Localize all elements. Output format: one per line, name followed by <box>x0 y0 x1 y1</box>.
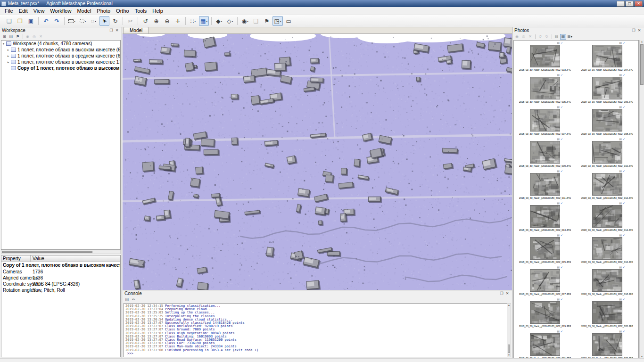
rotate-object-button[interactable]: ↺ <box>140 16 150 26</box>
fit-view-button[interactable]: ✛ <box>173 16 183 26</box>
photo-thumbnail[interactable] <box>530 173 560 196</box>
photo-thumbnail[interactable] <box>592 141 622 164</box>
photo-item[interactable]: ▤ ✓ 2018_03_30_Nadir_g201b20183_f002_006… <box>576 73 638 105</box>
circle-selection-button[interactable]: ▾ <box>78 16 88 26</box>
photo-item[interactable]: ▤ ✓ 2018_03_30_Nadir_g201b20183_f002_013… <box>514 201 576 233</box>
scrollbar-thumb[interactable] <box>2 251 92 253</box>
photo-thumbnail[interactable] <box>530 141 560 164</box>
photo-thumbnail[interactable] <box>530 109 560 132</box>
expander-icon[interactable]: ▸ <box>6 60 10 64</box>
photo-thumbnail[interactable] <box>592 45 622 67</box>
remove-photo-button[interactable]: ✕ <box>527 34 533 40</box>
console-log[interactable]: 2019-02-20 12:34:15Performing classifica… <box>124 303 511 357</box>
point-cloud-mode-button[interactable]: ∷▾ <box>188 16 198 26</box>
photo-item[interactable]: ▤ ✓ 2018_03_30_Nadir_g201b20183_f002_014… <box>576 201 638 233</box>
photo-thumbnail[interactable] <box>530 333 560 356</box>
menu-item[interactable]: Ortho <box>113 8 132 14</box>
tab-model[interactable]: Model <box>124 27 149 33</box>
close-panel-button[interactable]: ✕ <box>114 28 120 33</box>
enable-photo-button[interactable]: ◉ <box>514 34 520 40</box>
zoom-out-button[interactable]: ⊖ <box>162 16 172 26</box>
photo-item[interactable]: ▤ ✓ 2018_03_30_Nadir_g201b20183_f002_021… <box>514 329 576 358</box>
photo-thumbnail[interactable] <box>592 205 622 228</box>
scrollbar-thumb[interactable] <box>508 345 510 353</box>
close-panel-button[interactable]: ✕ <box>636 28 642 33</box>
details-view-button[interactable]: ▤ <box>553 34 560 40</box>
scroll-down-icon[interactable]: ▼ <box>640 355 644 358</box>
menu-item[interactable]: File <box>2 8 16 14</box>
open-project-button[interactable]: ❐ <box>15 16 25 26</box>
add-marker-button[interactable]: ⚑ <box>15 34 21 40</box>
photo-item[interactable]: ▤ ✓ 2018_03_30_Nadir_g201b20183_f002_020… <box>576 297 638 329</box>
photo-thumbnail[interactable] <box>592 301 622 324</box>
minimize-button[interactable]: – <box>617 1 625 7</box>
show-cameras-button[interactable]: ◉▾ <box>240 16 250 26</box>
photo-item[interactable]: ▤ ✓ 2018_03_30_Nadir_g201b20183_f002_019… <box>514 297 576 329</box>
menu-item[interactable]: Model <box>74 8 94 14</box>
menu-item[interactable]: Tools <box>132 8 150 14</box>
rectangle-selection-button[interactable]: ▾ <box>67 16 77 26</box>
menu-item[interactable]: Help <box>149 8 166 14</box>
clear-log-button[interactable]: ✏ <box>131 297 137 303</box>
tree-item-root[interactable]: ▾ Workspace (4 chunks, 4780 cameras) <box>1 41 120 47</box>
show-thumbnails-button[interactable]: ❑ <box>251 16 261 26</box>
photo-item[interactable]: ▤ ✓ 2018_03_30_Nadir_g201b20183_f002_003… <box>514 41 576 73</box>
float-panel-button[interactable]: ❐ <box>631 28 636 33</box>
photo-thumbnail[interactable] <box>530 45 560 67</box>
cut-selection-button[interactable]: ✂ <box>125 16 135 26</box>
photo-thumbnail[interactable] <box>592 77 622 99</box>
wireframe-mode-button[interactable]: ◇▾ <box>225 16 235 26</box>
close-button[interactable]: ✕ <box>635 1 643 7</box>
model-viewport[interactable] <box>123 34 512 290</box>
show-markers-button[interactable]: ⚑ <box>262 16 272 26</box>
photo-thumbnail[interactable] <box>530 269 560 292</box>
navigation-button[interactable]: ➤ <box>99 16 109 26</box>
menu-item[interactable]: View <box>31 8 48 14</box>
photos-scrollbar[interactable]: ▲ ▼ <box>639 40 644 358</box>
photo-thumbnail[interactable] <box>592 109 622 132</box>
float-panel-button[interactable]: ❐ <box>499 291 504 296</box>
enable-item-button[interactable]: ◉ <box>25 34 31 40</box>
photo-item[interactable]: ▤ ✓ 2018_03_30_Nadir_g201b20183_f002_008… <box>576 105 638 137</box>
photo-item[interactable]: ▤ ✓ 2018_03_30_Nadir_g201b20183_f002_022… <box>576 329 638 358</box>
rotate-view-button[interactable]: ↻ <box>110 16 120 26</box>
close-panel-button[interactable]: ✕ <box>504 291 510 296</box>
photo-item[interactable]: ▤ ✓ 2018_03_30_Nadir_g201b20183_f002_007… <box>514 105 576 137</box>
menu-item[interactable]: Workflow <box>47 8 74 14</box>
photo-item[interactable]: ▤ ✓ 2018_03_30_Nadir_g201b20183_f002_017… <box>514 265 576 297</box>
photo-thumbnail[interactable] <box>592 173 622 196</box>
photo-item[interactable]: ▤ ✓ 2018_03_30_Nadir_g201b20183_f002_004… <box>576 41 638 73</box>
disable-item-button[interactable]: ◎ <box>31 34 37 40</box>
shaded-mode-button[interactable]: ◆▾ <box>214 16 224 26</box>
model-canvas[interactable] <box>123 34 512 290</box>
photo-item[interactable]: ▤ ✓ 2018_03_30_Nadir_g201b20183_f002_016… <box>576 233 638 265</box>
photo-item[interactable]: ▤ ✓ 2018_03_30_Nadir_g201b20183_f002_010… <box>576 137 638 169</box>
photo-thumbnail[interactable] <box>530 237 560 260</box>
menu-item[interactable]: Photo <box>94 8 113 14</box>
expander-icon[interactable]: ▾ <box>1 42 6 46</box>
rotate-right-button[interactable]: ↻ <box>544 34 550 40</box>
photo-item[interactable]: ▤ ✓ 2018_03_30_Nadir_g201b20183_f002_005… <box>514 73 576 105</box>
zoom-in-button[interactable]: ⊕ <box>151 16 161 26</box>
dense-cloud-mode-button[interactable]: ▦▾ <box>199 16 209 26</box>
tree-item-chunk[interactable]: ▸ 1 полет, плотное облако в высоком каче… <box>1 59 120 65</box>
disable-photo-button[interactable]: ◎ <box>520 34 527 40</box>
expander-icon[interactable]: ▸ <box>6 54 10 58</box>
photo-thumbnail[interactable] <box>592 269 622 292</box>
add-chunk-button[interactable]: ⊞ <box>1 34 8 40</box>
float-panel-button[interactable]: ❐ <box>108 28 114 33</box>
photo-thumbnail[interactable] <box>530 205 560 228</box>
menu-item[interactable]: Edit <box>16 8 31 14</box>
scroll-up-icon[interactable]: ▲ <box>640 40 644 43</box>
redo-button[interactable]: ↷ <box>52 16 62 26</box>
scrollbar-thumb[interactable] <box>640 44 644 85</box>
undo-button[interactable]: ↶ <box>41 16 51 26</box>
view-mode-dropdown[interactable]: ⊞▾ <box>567 34 573 40</box>
scroll-up-icon[interactable]: ▲ <box>507 304 511 307</box>
property-row[interactable]: Cameras 1736 <box>1 269 120 275</box>
new-project-button[interactable]: ❏ <box>4 16 14 26</box>
photo-item[interactable]: ▤ ✓ 2018_03_30_Nadir_g201b20183_f002_011… <box>514 169 576 201</box>
photo-item[interactable]: ▤ ✓ 2018_03_30_Nadir_g201b20183_f002_009… <box>514 137 576 169</box>
property-row[interactable]: Aligned cameras 1736 <box>1 275 120 281</box>
photo-thumbnail[interactable] <box>530 301 560 324</box>
